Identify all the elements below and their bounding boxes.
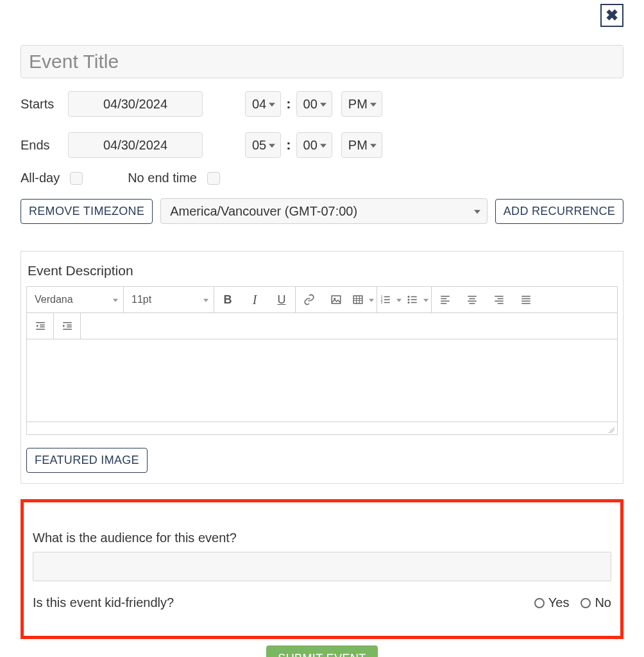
align-center-button[interactable] [459,287,486,312]
end-hour-select[interactable]: 05 [245,132,281,158]
start-ampm-select[interactable]: PM [341,91,382,117]
no-label: No [595,595,611,610]
kid-friendly-no-radio[interactable]: No [580,595,611,610]
kid-friendly-question-label: Is this event kid-friendly? [33,595,174,610]
align-right-button[interactable] [486,287,513,312]
svg-rect-2 [353,296,362,303]
align-center-icon [466,294,478,305]
start-date-input[interactable] [68,91,203,117]
radio-circle-icon [534,598,545,608]
allday-checkbox[interactable] [70,172,83,185]
timezone-value: America/Vancouver (GMT-07:00) [170,204,357,219]
remove-timezone-button[interactable]: REMOVE TIMEZONE [21,199,153,224]
underline-button[interactable]: U [268,287,295,312]
ends-label: Ends [21,138,59,153]
font-family-select[interactable]: Verdana [27,287,123,312]
svg-point-7 [408,299,410,301]
audience-question-label: What is the audience for this event? [33,531,611,545]
align-left-button[interactable] [432,287,459,312]
timezone-select[interactable]: America/Vancouver (GMT-07:00) [160,198,487,224]
rich-text-editor: Verdana 11pt B I U [26,286,618,435]
ordered-list-button[interactable]: 123 [377,287,404,312]
outdent-icon [35,320,46,332]
noend-label: No end time [128,171,197,185]
svg-text:3: 3 [381,300,383,304]
image-button[interactable] [323,287,350,312]
start-hour-value: 04 [252,97,266,112]
indent-icon [62,320,73,332]
editor-resize-handle[interactable] [27,422,617,434]
indent-button[interactable] [54,313,81,339]
end-minute-value: 00 [303,138,318,153]
link-icon [303,294,315,305]
noend-checkbox[interactable] [207,172,220,185]
close-button[interactable]: ✖ [600,4,623,27]
end-date-input[interactable] [68,132,203,158]
end-ampm-select[interactable]: PM [341,132,382,158]
close-icon: ✖ [606,6,618,24]
svg-rect-0 [332,296,341,303]
description-label: Event Description [28,263,618,278]
italic-button[interactable]: I [241,287,268,312]
align-left-icon [439,294,451,305]
audience-input[interactable] [33,552,611,581]
event-title-input[interactable] [21,45,623,78]
align-justify-button[interactable] [513,287,539,312]
start-minute-value: 00 [303,97,318,112]
align-justify-icon [520,294,532,305]
table-button[interactable] [350,287,377,312]
radio-circle-icon [580,598,591,608]
link-button[interactable] [296,287,323,312]
starts-label: Starts [21,97,59,112]
featured-image-button[interactable]: FEATURED IMAGE [26,448,148,473]
start-ampm-value: PM [348,97,368,112]
end-ampm-value: PM [348,138,368,153]
outdent-button[interactable] [27,313,54,339]
bold-button[interactable]: B [214,287,241,312]
kid-friendly-yes-radio[interactable]: Yes [534,595,570,610]
svg-point-8 [408,302,410,303]
image-icon [330,294,342,305]
svg-point-6 [408,296,410,298]
font-size-value: 11pt [131,294,151,305]
end-minute-select[interactable]: 00 [296,132,332,158]
end-hour-value: 05 [252,138,266,153]
font-family-value: Verdana [35,294,73,305]
align-right-icon [493,294,505,305]
font-size-select[interactable]: 11pt [124,287,214,312]
ordered-list-icon: 123 [380,294,391,305]
start-hour-select[interactable]: 04 [245,91,281,117]
start-minute-select[interactable]: 00 [296,91,332,117]
yes-label: Yes [548,595,570,610]
editor-body[interactable] [27,339,617,422]
table-icon [352,294,364,305]
submit-event-button[interactable]: SUBMIT EVENT [266,645,378,657]
allday-label: All-day [21,171,60,185]
unordered-list-button[interactable] [404,287,431,312]
unordered-list-icon [407,294,418,305]
time-separator: : [286,96,291,112]
add-recurrence-button[interactable]: ADD RECURRENCE [495,199,623,224]
time-separator: : [286,137,291,153]
custom-questions-section: What is the audience for this event? Is … [21,499,623,639]
